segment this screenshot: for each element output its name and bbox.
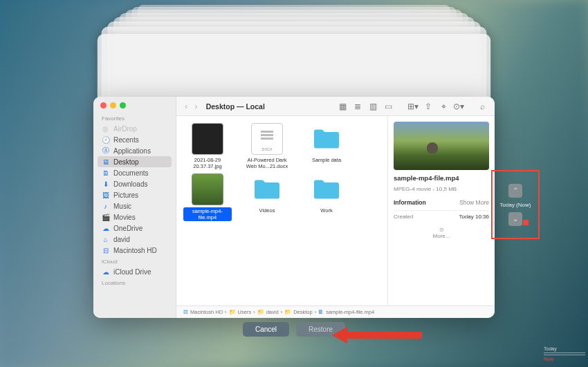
- file-item[interactable]: Videos: [243, 173, 291, 221]
- timeline-down-button[interactable]: ⌄: [508, 212, 522, 226]
- sidebar-item-movies[interactable]: 🎬Movies: [93, 211, 176, 223]
- finder-window: Favorites ◎AirDrop 🕘Recents ⒶApplication…: [93, 97, 495, 318]
- cancel-button[interactable]: Cancel: [243, 322, 289, 337]
- sidebar-item-label: AirDrop: [113, 125, 137, 133]
- sidebar-item-label: Pictures: [113, 191, 138, 199]
- file-label: AI-Powered Dark Web Mo...21.docx: [243, 157, 291, 169]
- fullscreen-button[interactable]: [120, 102, 126, 109]
- icloud-icon: ☁: [102, 268, 109, 276]
- path-segment[interactable]: Desktop: [293, 309, 313, 315]
- info-row: Created Today 10:36: [394, 210, 489, 220]
- file-item-selected[interactable]: sample-mp4-file.mp4: [183, 173, 232, 221]
- movies-icon: 🎬: [102, 214, 109, 221]
- music-icon: ♪: [102, 203, 109, 210]
- path-segment[interactable]: sample-mp4-file.mp4: [326, 309, 374, 315]
- close-button[interactable]: [100, 102, 107, 109]
- sidebar-item-label: david: [113, 236, 130, 243]
- file-label: Videos: [259, 207, 275, 214]
- window-title: Desktop — Local: [206, 102, 265, 111]
- sidebar-item-label: Macintosh HD: [113, 247, 157, 254]
- path-bar[interactable]: ⊟Macintosh HD› 📁Users› 📁david› 📁Desktop›…: [176, 305, 495, 318]
- info-key: Created: [394, 214, 413, 220]
- minimize-button[interactable]: [110, 102, 116, 109]
- icon-view-button[interactable]: ▦: [337, 102, 348, 111]
- main-area: ‹ › Desktop — Local ▦ ≣ ▥ ▭ ⊞▾ ⇪ ⌖ ⊙▾ ⌕ …: [176, 97, 495, 318]
- video-thumbnail: [192, 173, 223, 205]
- info-header: Information: [394, 199, 426, 206]
- info-value: Today 10:36: [459, 214, 489, 220]
- timeline-now-label: Now: [544, 357, 585, 361]
- column-view-button[interactable]: ▥: [367, 102, 378, 111]
- sidebar-item-recents[interactable]: 🕘Recents: [93, 134, 176, 145]
- group-button[interactable]: ⊞▾: [407, 102, 419, 111]
- sidebar-item-airdrop[interactable]: ◎AirDrop: [93, 123, 176, 134]
- back-button[interactable]: ‹: [183, 101, 189, 111]
- sidebar: Favorites ◎AirDrop 🕘Recents ⒶApplication…: [93, 97, 176, 318]
- share-button[interactable]: ⇪: [423, 102, 434, 111]
- sidebar-item-david[interactable]: ⌂david: [93, 234, 176, 245]
- toolbar: ‹ › Desktop — Local ▦ ≣ ▥ ▭ ⊞▾ ⇪ ⌖ ⊙▾ ⌕: [176, 97, 495, 116]
- folder-icon: [311, 173, 342, 205]
- gallery-view-button[interactable]: ▭: [383, 102, 394, 111]
- file-icon: 🗎: [318, 309, 324, 315]
- sidebar-item-desktop[interactable]: 🖥Desktop: [98, 156, 172, 167]
- sidebar-item-applications[interactable]: ⒶApplications: [93, 145, 176, 156]
- sidebar-item-downloads[interactable]: ⬇Downloads: [93, 178, 176, 189]
- sidebar-item-label: Movies: [113, 214, 136, 221]
- sidebar-item-label: iCloud Drive: [113, 268, 151, 276]
- desktop-icon: 🖥: [102, 158, 109, 166]
- preview-title: sample-mp4-file.mp4: [394, 174, 489, 182]
- file-grid[interactable]: 2021-08-29 20.37.37.jpg AI-Powered Dark …: [176, 116, 387, 305]
- svg-marker-0: [332, 327, 422, 344]
- pictures-icon: 🖼: [102, 191, 109, 199]
- list-view-button[interactable]: ≣: [352, 102, 363, 111]
- file-label: sample-mp4-file.mp4: [183, 207, 232, 221]
- sidebar-item-macintosh-hd[interactable]: ⊟Macintosh HD: [93, 245, 176, 256]
- sidebar-item-label: Desktop: [113, 158, 139, 166]
- sidebar-item-label: Recents: [113, 136, 139, 144]
- preview-pane: sample-mp4-file.mp4 MPEG-4 movie - 10,5 …: [387, 116, 495, 305]
- timeline-label: Today (Now): [500, 202, 531, 208]
- sidebar-section-header: iCloud: [93, 256, 176, 266]
- sidebar-section-header: Locations: [93, 277, 176, 288]
- path-segment[interactable]: david: [266, 309, 279, 315]
- annotation-arrow: [332, 325, 422, 346]
- tags-button[interactable]: ⌖: [438, 102, 449, 111]
- file-item[interactable]: AI-Powered Dark Web Mo...21.docx: [243, 123, 291, 169]
- path-segment[interactable]: Users: [238, 309, 252, 315]
- action-button[interactable]: ⊙▾: [453, 102, 464, 111]
- sidebar-item-music[interactable]: ♪Music: [93, 200, 176, 211]
- sidebar-section-header: Favorites: [93, 113, 176, 123]
- timeline-scale[interactable]: Today Now: [544, 346, 585, 361]
- sidebar-item-icloud-drive[interactable]: ☁iCloud Drive: [93, 266, 176, 277]
- preview-subtitle: MPEG-4 movie - 10,5 MB: [394, 186, 489, 192]
- timeline-today-label: Today: [544, 346, 585, 351]
- documents-icon: 🗎: [102, 169, 109, 177]
- sidebar-item-label: Music: [113, 203, 131, 210]
- file-item[interactable]: Work: [302, 173, 351, 221]
- sidebar-item-documents[interactable]: 🗎Documents: [93, 167, 176, 178]
- airdrop-icon: ◎: [102, 125, 109, 133]
- clock-icon: 🕘: [102, 136, 109, 144]
- jpg-thumbnail: [192, 123, 223, 155]
- more-actions[interactable]: ⊙ More...: [394, 224, 489, 239]
- file-label: 2021-08-29 20.37.37.jpg: [183, 157, 232, 169]
- search-button[interactable]: ⌕: [477, 102, 488, 111]
- path-segment[interactable]: Macintosh HD: [190, 309, 223, 315]
- sidebar-item-onedrive[interactable]: ☁OneDrive: [93, 223, 176, 234]
- sidebar-item-label: OneDrive: [113, 225, 143, 232]
- folder-icon: 📁: [257, 309, 264, 315]
- folder-icon: [311, 123, 342, 155]
- file-item[interactable]: 2021-08-29 20.37.37.jpg: [183, 123, 232, 169]
- docx-thumbnail: [251, 123, 283, 155]
- folder-icon: [251, 173, 283, 205]
- timeline-nav-highlight: ⌃ Today (Now) ⌄: [491, 170, 540, 239]
- forward-button[interactable]: ›: [193, 101, 199, 111]
- sidebar-item-label: Applications: [113, 147, 151, 155]
- sidebar-item-pictures[interactable]: 🖼Pictures: [93, 189, 176, 200]
- timeline-up-button[interactable]: ⌃: [508, 184, 522, 198]
- show-more-link[interactable]: Show More: [459, 199, 489, 206]
- preview-thumbnail: [394, 122, 489, 170]
- file-item[interactable]: Sample data: [302, 123, 351, 169]
- file-label: Work: [320, 207, 332, 214]
